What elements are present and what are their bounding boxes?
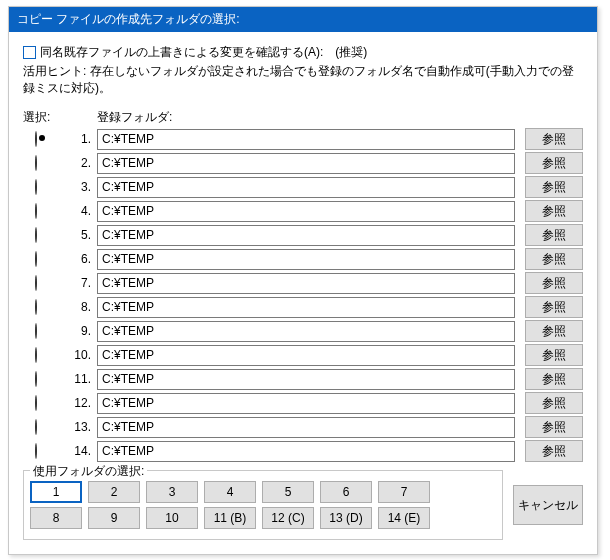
folder-row: 1.参照 [23,128,583,150]
browse-button[interactable]: 参照 [525,200,583,222]
select-radio[interactable] [35,179,37,195]
header-select: 選択: [23,109,67,126]
browse-button[interactable]: 参照 [525,320,583,342]
browse-button[interactable]: 参照 [525,416,583,438]
number-row-2: 891011 (B)12 (C)13 (D)14 (E) [30,507,496,529]
browse-button[interactable]: 参照 [525,392,583,414]
row-number: 1. [67,132,97,146]
folder-row: 3.参照 [23,176,583,198]
folder-path-input[interactable] [97,129,515,150]
dialog-body: 同名既存ファイルの上書きによる変更を確認する(A): (推奨) 活用ヒント: 存… [9,32,597,554]
row-number: 4. [67,204,97,218]
folder-number-button[interactable]: 10 [146,507,198,529]
cancel-label: キャンセル [518,497,578,514]
row-number: 2. [67,156,97,170]
folder-path-input[interactable] [97,417,515,438]
folder-number-button[interactable]: 7 [378,481,430,503]
folder-path-input[interactable] [97,201,515,222]
row-number: 13. [67,420,97,434]
select-radio[interactable] [35,419,37,435]
browse-button[interactable]: 参照 [525,272,583,294]
folder-number-button[interactable]: 2 [88,481,140,503]
confirm-overwrite-row[interactable]: 同名既存ファイルの上書きによる変更を確認する(A): (推奨) [23,44,583,61]
select-radio[interactable] [35,251,37,267]
cancel-button[interactable]: キャンセル [513,485,583,525]
folder-path-input[interactable] [97,369,515,390]
folder-row: 14.参照 [23,440,583,462]
browse-button[interactable]: 参照 [525,296,583,318]
folder-number-button[interactable]: 4 [204,481,256,503]
folder-path-input[interactable] [97,393,515,414]
select-radio[interactable] [35,395,37,411]
browse-button[interactable]: 参照 [525,152,583,174]
folder-row: 8.参照 [23,296,583,318]
select-radio[interactable] [35,275,37,291]
select-radio[interactable] [35,323,37,339]
row-number: 3. [67,180,97,194]
title-text: コピー ファイルの作成先フォルダの選択: [17,12,240,26]
select-radio[interactable] [35,347,37,363]
row-number: 12. [67,396,97,410]
folder-row: 4.参照 [23,200,583,222]
folder-row: 12.参照 [23,392,583,414]
browse-button[interactable]: 参照 [525,368,583,390]
folder-number-button[interactable]: 14 (E) [378,507,430,529]
browse-button[interactable]: 参照 [525,248,583,270]
row-number: 7. [67,276,97,290]
number-row-1: 1234567 [30,481,496,503]
confirm-overwrite-checkbox[interactable] [23,46,36,59]
folder-row: 10.参照 [23,344,583,366]
folder-path-input[interactable] [97,297,515,318]
folder-number-button[interactable]: 3 [146,481,198,503]
folder-number-button[interactable]: 11 (B) [204,507,256,529]
select-radio[interactable] [35,443,37,459]
folder-path-input[interactable] [97,177,515,198]
folder-path-input[interactable] [97,321,515,342]
dialog-window: コピー ファイルの作成先フォルダの選択: 同名既存ファイルの上書きによる変更を確… [8,6,598,555]
hint-text: 活用ヒント: 存在しないフォルダが設定された場合でも登録のフォルダ名で自動作成可… [23,63,583,97]
footer: 使用フォルダの選択: 1234567 891011 (B)12 (C)13 (D… [23,470,583,540]
folder-row: 11.参照 [23,368,583,390]
browse-button[interactable]: 参照 [525,176,583,198]
folder-number-button[interactable]: 6 [320,481,372,503]
browse-button[interactable]: 参照 [525,224,583,246]
confirm-overwrite-label: 同名既存ファイルの上書きによる変更を確認する(A): (推奨) [40,44,367,61]
row-number: 8. [67,300,97,314]
select-radio[interactable] [35,227,37,243]
folder-path-input[interactable] [97,153,515,174]
row-number: 6. [67,252,97,266]
select-radio[interactable] [35,299,37,315]
folder-path-input[interactable] [97,225,515,246]
folder-rows: 1.参照2.参照3.参照4.参照5.参照6.参照7.参照8.参照9.参照10.参… [23,128,583,462]
row-number: 11. [67,372,97,386]
use-folder-legend: 使用フォルダの選択: [30,463,147,480]
folder-number-button[interactable]: 1 [30,481,82,503]
folder-path-input[interactable] [97,273,515,294]
use-folder-group: 使用フォルダの選択: 1234567 891011 (B)12 (C)13 (D… [23,470,503,540]
folder-number-button[interactable]: 5 [262,481,314,503]
folder-path-input[interactable] [97,249,515,270]
row-number: 5. [67,228,97,242]
folder-path-input[interactable] [97,345,515,366]
folder-path-input[interactable] [97,441,515,462]
select-radio[interactable] [35,155,37,171]
browse-button[interactable]: 参照 [525,440,583,462]
folder-number-button[interactable]: 13 (D) [320,507,372,529]
folder-number-button[interactable]: 9 [88,507,140,529]
folder-number-button[interactable]: 12 (C) [262,507,314,529]
folder-row: 6.参照 [23,248,583,270]
browse-button[interactable]: 参照 [525,344,583,366]
title-bar: コピー ファイルの作成先フォルダの選択: [9,7,597,32]
folder-row: 5.参照 [23,224,583,246]
browse-button[interactable]: 参照 [525,128,583,150]
header-folder: 登録フォルダ: [97,109,515,126]
folder-row: 7.参照 [23,272,583,294]
grid-header: 選択: 登録フォルダ: [23,109,583,126]
folder-row: 2.参照 [23,152,583,174]
row-number: 9. [67,324,97,338]
select-radio[interactable] [35,131,37,147]
select-radio[interactable] [35,371,37,387]
folder-number-button[interactable]: 8 [30,507,82,529]
folder-row: 13.参照 [23,416,583,438]
select-radio[interactable] [35,203,37,219]
